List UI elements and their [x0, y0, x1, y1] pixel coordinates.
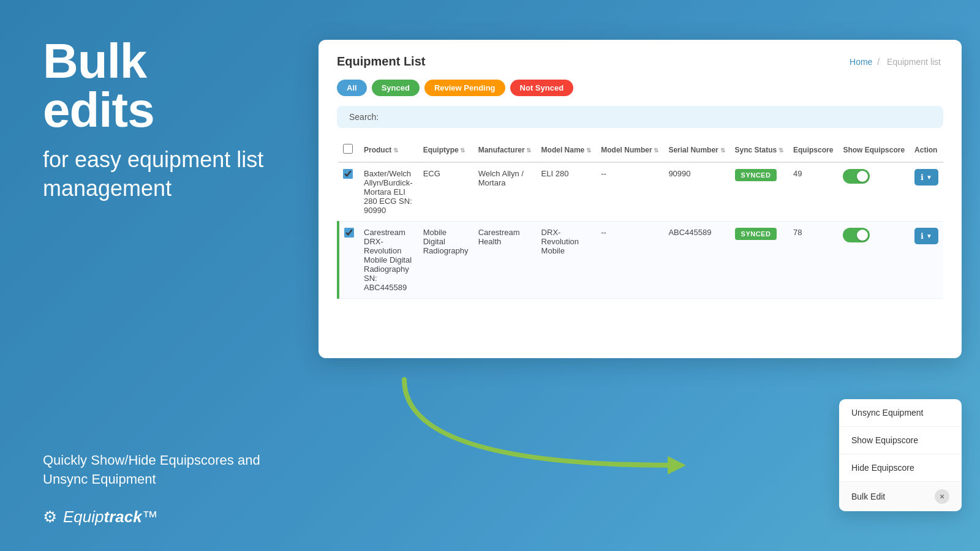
row2-checkbox-cell — [338, 222, 359, 299]
row1-model-name: ELI 280 — [537, 162, 597, 222]
equipment-table: Product Equiptype Manufacturer Model Nam… — [337, 138, 943, 299]
row2-toggle[interactable] — [843, 228, 870, 242]
table-row: Carestream DRX-Revolution Mobile Digital… — [338, 222, 943, 299]
col-checkbox — [338, 138, 359, 162]
info-icon: ℹ — [921, 173, 924, 182]
dropdown-footer: Bulk Edit × — [839, 482, 962, 511]
row1-checkbox[interactable] — [343, 169, 353, 179]
row2-show-equipscore — [838, 222, 910, 299]
row2-serial-number: ABC445589 — [663, 222, 729, 299]
row2-model-number: -- — [596, 222, 663, 299]
card-title: Equipment List — [337, 54, 425, 69]
row2-sync-status: SYNCED — [730, 222, 788, 299]
dropdown-item-show-equipscore[interactable]: Show Equipscore — [839, 427, 962, 454]
breadcrumb-home[interactable]: Home — [850, 57, 872, 67]
row1-toggle[interactable] — [843, 169, 870, 184]
filter-tab-review[interactable]: Review Pending — [424, 80, 505, 96]
search-label: Search: — [349, 112, 379, 122]
row1-serial-number: 90990 — [663, 162, 729, 222]
breadcrumb: Home / Equipment list — [850, 57, 943, 67]
chevron-down-icon: ▼ — [926, 174, 932, 181]
col-product[interactable]: Product — [359, 138, 418, 162]
row1-model-number: -- — [596, 162, 663, 222]
search-bar: Search: — [337, 106, 943, 128]
dropdown-item-unsync[interactable]: Unsync Equipment — [839, 399, 962, 427]
select-all-checkbox[interactable] — [343, 144, 353, 154]
brand-footer: ⚙ Equiptrack™ — [43, 508, 270, 527]
row2-action-button[interactable]: ℹ ▼ — [914, 228, 938, 244]
row2-equipscore: 78 — [788, 222, 838, 299]
row1-action: ℹ ▼ — [910, 162, 943, 222]
filter-tab-notsynced[interactable]: Not Synced — [510, 80, 574, 96]
equipment-list-card: Equipment List Home / Equipment list All… — [318, 40, 962, 358]
row2-model-name: DRX-Revolution Mobile — [537, 222, 597, 299]
brand-icon: ⚙ — [43, 508, 57, 527]
row1-action-button[interactable]: ℹ ▼ — [914, 169, 938, 186]
chevron-down-icon: ▼ — [926, 233, 932, 239]
col-equiptype[interactable]: Equiptype — [418, 138, 473, 162]
row1-show-equipscore — [838, 162, 910, 222]
row2-action: ℹ ▼ — [910, 222, 943, 299]
row2-equiptype: Mobile Digital Radiography — [418, 222, 473, 299]
filter-tab-all[interactable]: All — [337, 80, 367, 96]
col-manufacturer[interactable]: Manufacturer — [473, 138, 537, 162]
dropdown-item-hide-equipscore[interactable]: Hide Equipscore — [839, 454, 962, 482]
row1-checkbox-cell — [338, 162, 359, 222]
row1-product: Baxter/Welch Allyn/Burdick-Mortara ELI 2… — [359, 162, 418, 222]
row1-manufacturer: Welch Allyn / Mortara — [473, 162, 537, 222]
row1-equipscore: 49 — [788, 162, 838, 222]
left-panel: Bulk edits for easy equipment list manag… — [0, 0, 300, 551]
row2-product: Carestream DRX-Revolution Mobile Digital… — [359, 222, 418, 299]
feature-text: Quickly Show/Hide Equipscores and Unsync… — [43, 451, 270, 489]
col-action: Action — [910, 138, 943, 162]
col-equipscore: Equipscore — [788, 138, 838, 162]
row1-sync-badge: SYNCED — [735, 169, 777, 181]
col-model-number[interactable]: Model Number — [596, 138, 663, 162]
breadcrumb-current: Equipment list — [887, 57, 941, 67]
close-button[interactable]: × — [935, 489, 949, 504]
hero-title: Bulk edits — [43, 37, 270, 135]
row2-manufacturer: Carestream Health — [473, 222, 537, 299]
breadcrumb-separator: / — [877, 57, 880, 67]
col-model-name[interactable]: Model Name — [537, 138, 597, 162]
col-show-equipscore: Show Equipscore — [838, 138, 910, 162]
dropdown-menu: Unsync Equipment Show Equipscore Hide Eq… — [839, 399, 962, 511]
filter-tabs: All Synced Review Pending Not Synced — [337, 80, 943, 96]
col-serial-number[interactable]: Serial Number — [663, 138, 729, 162]
table-row: Baxter/Welch Allyn/Burdick-Mortara ELI 2… — [338, 162, 943, 222]
bulk-edit-label: Bulk Edit — [851, 492, 885, 501]
row2-sync-badge: SYNCED — [735, 228, 777, 240]
info-icon: ℹ — [921, 231, 924, 241]
row1-sync-status: SYNCED — [730, 162, 788, 222]
search-input[interactable] — [385, 112, 931, 122]
row2-checkbox[interactable] — [344, 228, 354, 238]
row1-equiptype: ECG — [418, 162, 473, 222]
col-sync-status[interactable]: Sync Status — [730, 138, 788, 162]
filter-tab-synced[interactable]: Synced — [372, 80, 420, 96]
hero-subtitle: for easy equipment list management — [43, 146, 270, 203]
brand-name: Equiptrack™ — [63, 508, 158, 527]
card-header: Equipment List Home / Equipment list — [337, 54, 943, 69]
